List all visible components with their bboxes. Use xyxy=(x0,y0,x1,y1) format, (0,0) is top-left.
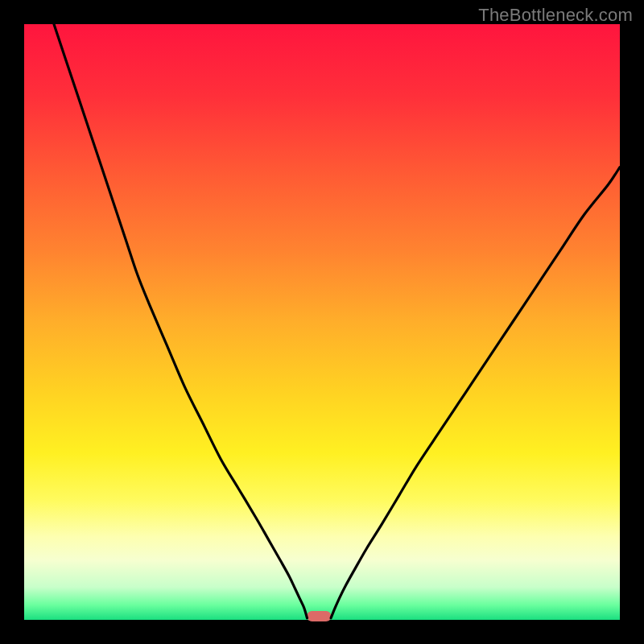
bottleneck-chart xyxy=(0,0,644,644)
plot-background xyxy=(24,24,620,620)
watermark-text: TheBottleneck.com xyxy=(478,5,633,26)
optimal-marker xyxy=(308,611,332,621)
chart-frame: TheBottleneck.com xyxy=(0,0,644,644)
